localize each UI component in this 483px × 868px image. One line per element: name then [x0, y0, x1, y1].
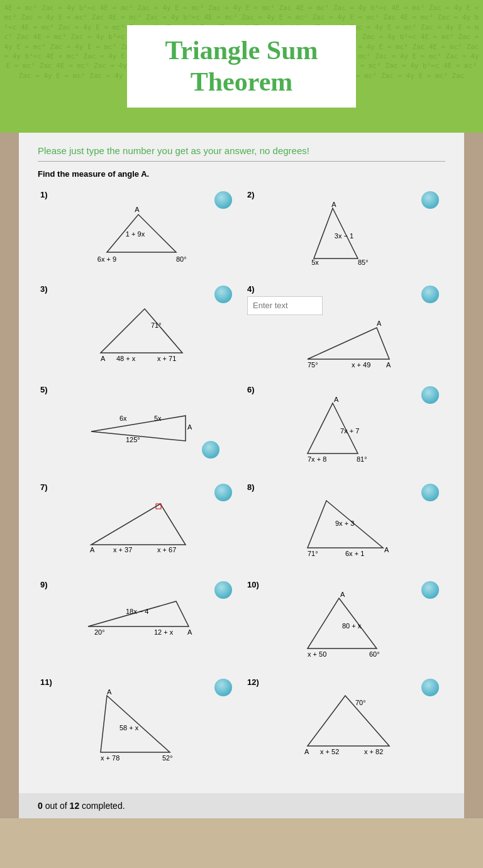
problem-1: 1) A 1 + 9x 6x + 9 80° — [38, 185, 238, 273]
svg-text:71°: 71° — [308, 550, 318, 557]
svg-text:5x: 5x — [154, 415, 162, 422]
svg-text:125°: 125° — [126, 436, 140, 443]
problem-11-number: 11) — [40, 677, 236, 687]
triangle-10: A 80 + x x + 50 60° — [295, 592, 396, 661]
svg-text:A: A — [101, 355, 106, 362]
problem-5: 5) A 6x 5x 125° — [38, 380, 238, 471]
answer-bubble-2[interactable] — [421, 191, 439, 209]
svg-text:A: A — [90, 546, 95, 554]
problem-3: 3) 71° A 48 + x x + 71 — [38, 279, 238, 374]
answer-bubble-6[interactable] — [421, 386, 439, 404]
problem-9-number: 9) — [40, 580, 236, 589]
problem-9: 9) 20° 18x − 4 12 + x A — [38, 575, 238, 666]
divider — [38, 161, 445, 162]
svg-text:85°: 85° — [358, 259, 369, 266]
problem-6: 6) A 7x + 7 7x + 8 81° — [245, 380, 445, 471]
svg-text:9x + 3: 9x + 3 — [335, 520, 354, 527]
page-title: Triangle Sum Theorem — [165, 35, 318, 98]
header-section: 4E = mc² Zac = 4y b²=c 4E = mc² Zac = 4y… — [0, 0, 483, 133]
main-content: Please just type the number you get as y… — [19, 133, 464, 793]
svg-text:x + 67: x + 67 — [157, 546, 176, 554]
answer-bubble-12[interactable] — [421, 679, 439, 696]
svg-text:A: A — [334, 397, 339, 403]
bottom-area — [0, 818, 483, 868]
triangle-2: A 3x − 1 5x 85° — [295, 202, 396, 268]
svg-text:1 + 9x: 1 + 9x — [125, 230, 145, 238]
svg-text:7x + 7: 7x + 7 — [340, 427, 359, 435]
svg-text:7x + 8: 7x + 8 — [308, 455, 326, 463]
answer-bubble-7[interactable] — [214, 484, 232, 501]
answer-bubble-5[interactable] — [202, 441, 219, 459]
find-angle-label: Find the measure of angle A. — [38, 169, 445, 179]
answer-bubble-9[interactable] — [214, 581, 232, 599]
problems-grid: 1) A 1 + 9x 6x + 9 80° 2) A 3x − 1 5x 85… — [38, 185, 445, 770]
svg-text:18x − 4: 18x − 4 — [126, 608, 148, 615]
svg-text:75°: 75° — [308, 361, 318, 369]
progress-area: 0 out of 12 completed. — [19, 793, 464, 818]
svg-text:70°: 70° — [355, 699, 366, 706]
answer-bubble-1[interactable] — [214, 191, 232, 209]
triangle-3: 71° A 48 + x x + 71 — [88, 296, 189, 365]
problem-11: 11) A 58 + x x + 78 52° — [38, 672, 238, 770]
problem-4: 4) A 75° x + 49 A — [245, 279, 445, 374]
triangle-4: A 75° x + 49 A — [295, 318, 396, 369]
svg-text:71°: 71° — [151, 321, 162, 329]
answer-bubble-3[interactable] — [214, 286, 232, 303]
svg-text:60°: 60° — [369, 650, 380, 658]
answer-bubble-8[interactable] — [421, 484, 439, 501]
svg-text:48 + x: 48 + x — [116, 355, 136, 362]
title-box: Triangle Sum Theorem — [127, 25, 355, 108]
problem-7: 7) A x + 37 x + 67 — [38, 477, 238, 569]
svg-text:A: A — [187, 628, 192, 636]
problem-2-number: 2) — [247, 190, 443, 199]
svg-text:80 + x: 80 + x — [342, 622, 362, 630]
svg-text:A: A — [386, 361, 391, 369]
triangle-6: A 7x + 7 7x + 8 81° — [295, 397, 396, 466]
svg-text:A: A — [107, 689, 112, 696]
svg-marker-30 — [91, 504, 186, 545]
svg-text:x + 50: x + 50 — [308, 650, 326, 658]
title-line2: Theorem — [191, 67, 293, 96]
svg-text:81°: 81° — [357, 455, 367, 463]
svg-text:A: A — [384, 546, 389, 554]
problem-8: 8) 9x + 3 71° 6x + 1 A — [245, 477, 445, 569]
answer-input-4[interactable] — [247, 296, 323, 315]
triangle-9: 20° 18x − 4 12 + x A — [82, 592, 195, 642]
svg-text:x + 71: x + 71 — [157, 355, 176, 362]
problem-3-number: 3) — [40, 284, 236, 294]
problem-12-number: 12) — [247, 677, 443, 687]
svg-text:A: A — [340, 592, 345, 598]
triangle-12: 70° A x + 52 x + 82 — [295, 689, 396, 759]
instruction-text: Please just type the number you get as y… — [38, 145, 445, 156]
svg-text:x + 78: x + 78 — [101, 754, 119, 762]
svg-text:6x + 1: 6x + 1 — [345, 550, 364, 557]
svg-text:x + 49: x + 49 — [352, 361, 370, 369]
problem-10-number: 10) — [247, 580, 443, 589]
svg-text:A: A — [304, 748, 309, 755]
problem-4-number: 4) — [247, 284, 443, 294]
problem-8-number: 8) — [247, 482, 443, 492]
svg-text:6x: 6x — [119, 415, 127, 422]
triangle-1: A 1 + 9x 6x + 9 80° — [88, 202, 189, 265]
triangle-8: 9x + 3 71° 6x + 1 A — [295, 494, 396, 564]
triangle-11: A 58 + x x + 78 52° — [88, 689, 189, 765]
svg-text:x + 52: x + 52 — [320, 748, 339, 755]
answer-bubble-4[interactable] — [421, 286, 439, 303]
svg-text:20°: 20° — [94, 628, 105, 636]
title-line1: Triangle Sum — [165, 36, 318, 65]
svg-marker-10 — [101, 309, 182, 353]
answer-bubble-11[interactable] — [214, 679, 232, 696]
svg-text:12 + x: 12 + x — [154, 628, 174, 636]
answer-bubble-10[interactable] — [421, 581, 439, 599]
svg-text:3x − 1: 3x − 1 — [334, 232, 353, 240]
svg-text:58 + x: 58 + x — [119, 724, 139, 732]
problem-1-number: 1) — [40, 190, 236, 199]
svg-text:6x + 9: 6x + 9 — [97, 255, 116, 263]
problem-12: 12) 70° A x + 52 x + 82 — [245, 672, 445, 770]
svg-text:A: A — [331, 202, 336, 208]
svg-text:5x: 5x — [311, 259, 319, 266]
problem-5-number: 5) — [40, 385, 236, 394]
svg-marker-15 — [308, 328, 389, 359]
problem-10: 10) A 80 + x x + 50 60° — [245, 575, 445, 666]
svg-text:80°: 80° — [176, 255, 187, 263]
